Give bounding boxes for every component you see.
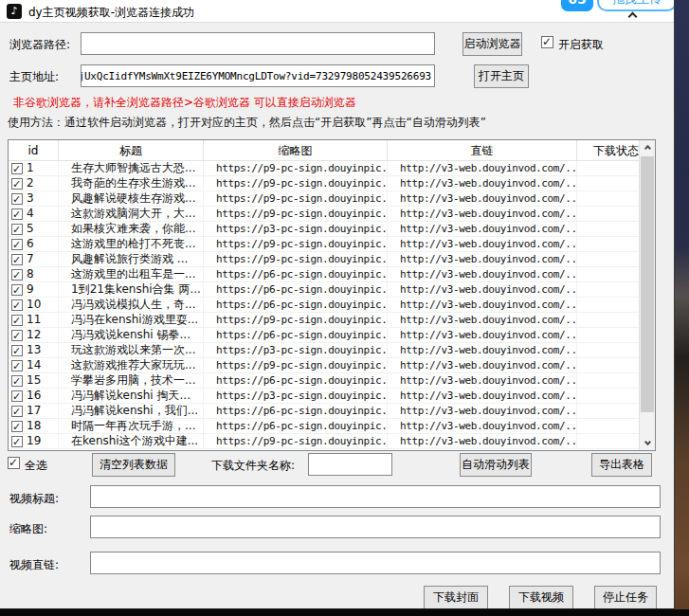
row-checkbox[interactable] (11, 208, 23, 220)
row-thumbnail-url: https://p3-pc-sign.douyinpic... (204, 222, 388, 236)
column-header-thumbnail[interactable]: 缩略图 (204, 140, 388, 160)
row-title: 冯冯戏说kenshi 锡拳... (59, 328, 204, 342)
row-checkbox[interactable] (11, 315, 23, 326)
table-row[interactable]: 11 冯冯在kenshi游戏里耍... https://p9-pc-sign.d… (9, 313, 639, 328)
row-id: 2 (27, 176, 34, 190)
row-thumbnail-url: https://p6-pc-sign.douyinpic... (204, 282, 388, 297)
download-cover-button[interactable]: 下载封面 (424, 586, 488, 609)
row-direct-url: http://v3-web.douyinvod.com/... (388, 389, 577, 403)
usage-instructions: 使用方法：通过软件启动浏览器，打开对应的主页，然后点击“开启获取”再点击“自动滑… (8, 115, 486, 131)
download-folder-input[interactable] (308, 453, 392, 476)
export-table-button[interactable]: 导出表格 (591, 453, 652, 477)
table-row[interactable]: 14 这款游戏推荐大家玩玩... https://p9-pc-sign.douy… (9, 358, 639, 373)
table-row[interactable]: 19 在kenshi这个游戏中建... https://p9-pc-sign.d… (9, 434, 639, 449)
row-checkbox[interactable] (11, 390, 23, 402)
scroll-up-icon[interactable] (640, 140, 655, 156)
column-header-id[interactable]: id (9, 140, 59, 160)
thumbnail-input[interactable] (90, 516, 661, 538)
table-row[interactable]: 17 冯冯解说kenshi，我们... https://p6-pc-sign.d… (9, 404, 639, 419)
row-direct-url: http://v3-web.douyinvod.com/... (388, 176, 577, 190)
row-checkbox[interactable] (11, 436, 23, 447)
row-direct-url: http://v3-web.douyinvod.com/... (388, 191, 577, 206)
row-direct-url: http://v3-web.douyinvod.com/... (388, 328, 577, 342)
row-checkbox[interactable] (11, 406, 23, 417)
row-status (577, 282, 639, 297)
table-row[interactable]: 4 这款游戏脑洞大开，大... https://p9-pc-sign.douyi… (9, 207, 639, 222)
table-row[interactable]: 8 这游戏里的出租车是一... https://p6-pc-sign.douyi… (9, 267, 639, 282)
table-row[interactable]: 18 时隔一年再次玩手游，... https://p6-pc-sign.douy… (9, 419, 639, 434)
row-status (577, 207, 639, 221)
row-checkbox[interactable] (11, 299, 23, 311)
table-row[interactable]: 15 学攀岩多用脑，技术一... https://p6-pc-sign.douy… (9, 373, 639, 389)
row-checkbox[interactable] (11, 269, 23, 281)
desktop-background-right (675, 0, 689, 616)
drag-upload-button[interactable]: 拖拽上传 (597, 0, 675, 11)
table-row[interactable]: 5 如果核灾难来袭，你能... https://p3-pc-sign.douyi… (9, 222, 639, 237)
column-header-title[interactable]: 标题 (59, 140, 204, 160)
table-row[interactable]: 2 我奇葩的生存求生游戏... https://p9-pc-sign.douyi… (9, 176, 639, 191)
row-status (577, 298, 639, 312)
upload-overlay-widget[interactable]: 65 拖拽上传 (561, 0, 675, 11)
scrollbar-thumb[interactable] (641, 156, 654, 412)
browser-path-input[interactable] (81, 32, 435, 55)
row-thumbnail-url: https://p6-pc-sign.douyinpic... (204, 373, 388, 388)
table-row[interactable]: 1 生存大师智擒远古大恐... https://p9-pc-sign.douyi… (9, 161, 639, 176)
row-checkbox[interactable] (11, 330, 23, 341)
row-id: 9 (27, 282, 34, 297)
row-id: 13 (27, 343, 41, 357)
row-checkbox[interactable] (11, 193, 23, 205)
table-row[interactable]: 12 冯冯戏说kenshi 锡拳... https://p6-pc-sign.d… (9, 328, 639, 343)
table-scrollbar[interactable] (639, 140, 655, 450)
row-checkbox[interactable] (11, 254, 23, 265)
row-checkbox[interactable] (11, 239, 23, 250)
row-checkbox[interactable] (11, 421, 23, 432)
row-title: 1到21集kenshi合集 两... (59, 282, 204, 297)
row-checkbox[interactable] (11, 345, 23, 356)
video-title-label: 视频标题: (9, 491, 59, 507)
table-row[interactable]: 10 冯冯戏说模拟人生，奇... https://p6-pc-sign.douy… (9, 298, 639, 313)
table-row[interactable]: 7 风趣解说旅行类游戏 ... https://p9-pc-sign.douyi… (9, 252, 639, 267)
row-direct-url: http://v3-web.douyinvod.com/... (388, 373, 577, 388)
table-row[interactable]: 16 冯冯解说kenshi 掏天... https://p3-pc-sign.d… (9, 389, 639, 404)
row-thumbnail-url: https://p6-pc-sign.douyinpic... (204, 267, 388, 281)
row-status (577, 267, 639, 281)
row-thumbnail-url: https://p3-pc-sign.douyinpic... (204, 343, 388, 357)
column-header-link[interactable]: 直链 (388, 140, 577, 160)
select-all-checkbox[interactable] (8, 457, 20, 469)
row-id: 11 (27, 313, 41, 327)
row-id: 8 (27, 267, 34, 281)
download-video-button[interactable]: 下载视频 (509, 586, 573, 609)
stop-task-button[interactable]: 停止任务 (594, 586, 657, 609)
row-checkbox[interactable] (11, 375, 23, 387)
table-row[interactable]: 6 这游戏里的枪打不死丧... https://p9-pc-sign.douyi… (9, 237, 639, 252)
row-id: 4 (27, 207, 34, 221)
enable-capture-label: 开启获取 (558, 37, 604, 53)
table-row[interactable]: 3 风趣解说硬核生存游戏... https://p9-pc-sign.douyi… (9, 191, 639, 207)
row-checkbox[interactable] (11, 163, 23, 174)
table-row[interactable]: 9 1到21集kenshi合集 两... https://p6-pc-sign.… (9, 282, 639, 298)
auto-scroll-button[interactable]: 自动滑动列表 (460, 453, 532, 477)
row-checkbox[interactable] (11, 224, 23, 235)
row-status (577, 434, 639, 448)
table-row[interactable]: 13 玩这款游戏以来第一次... https://p3-pc-sign.douy… (9, 343, 639, 358)
row-checkbox[interactable] (11, 178, 23, 190)
row-thumbnail-url: https://p9-pc-sign.douyinpic... (204, 237, 388, 251)
row-title: 生存大师智擒远古大恐... (59, 161, 204, 175)
row-checkbox[interactable] (11, 360, 23, 371)
row-checkbox[interactable] (11, 284, 23, 296)
video-title-input[interactable] (90, 485, 661, 508)
clear-list-button[interactable]: 清空列表数据 (92, 453, 175, 477)
upload-badge[interactable]: 65 (561, 0, 593, 11)
row-thumbnail-url: https://p9-pc-sign.douyinpic... (204, 207, 388, 221)
home-url-value: 5kbqjUxQcIidfYMsWmXt9EIZE6YMOMncgLDTow?v… (81, 70, 431, 82)
enable-capture-checkbox[interactable] (541, 36, 553, 48)
open-homepage-button[interactable]: 打开主页 (474, 64, 529, 88)
launch-browser-button[interactable]: 启动浏览器 (462, 32, 522, 56)
row-status (577, 222, 639, 236)
video-link-input[interactable] (90, 552, 661, 574)
home-url-input[interactable]: 5kbqjUxQcIidfYMsWmXt9EIZE6YMOMncgLDTow?v… (81, 64, 435, 87)
row-id: 12 (27, 328, 41, 342)
row-status (577, 389, 639, 403)
scroll-down-icon[interactable] (640, 434, 655, 450)
row-direct-url: http://v3-web.douyinvod.com/... (388, 298, 577, 312)
